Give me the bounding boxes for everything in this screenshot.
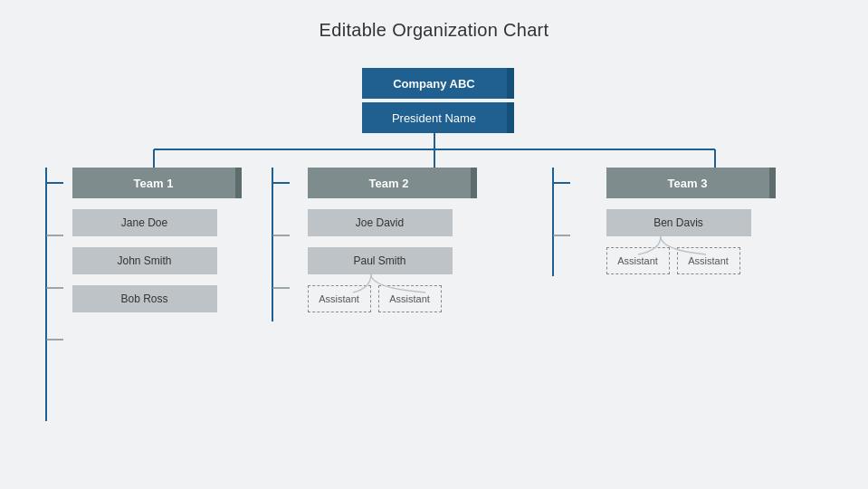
team1-left-connector [45,168,47,439]
team2-assistant-row: Assistant Assistant [308,285,543,312]
chart-container: Editable Organization Chart Company ABC … [0,0,868,489]
top-section: Company ABC President Name [362,68,507,133]
top-connector [36,133,833,168]
team2-assistant1-box: Assistant [308,285,371,312]
team2-name: Team 2 [369,177,409,190]
team3-box: Team 3 [606,168,769,198]
team3-assistants-section: Assistant Assistant [606,247,824,274]
team2-assistant2: Assistant [389,293,430,304]
team1-member2: John Smith [117,254,171,267]
team2-assistant2-box: Assistant [378,285,442,312]
team3-assistant1: Assistant [617,255,658,266]
team3-column: Team 3 Ben Davis Assistant Assistant [543,168,824,312]
team3-member1-box: Ben Davis [606,209,751,236]
team2-member1-box: Joe David [308,209,453,236]
team1-name: Team 1 [134,177,174,190]
president-name: President Name [392,111,476,125]
team3-assistant1-box: Assistant [606,247,670,274]
team2-assistants-section: Assistant Assistant [308,285,543,312]
president-box: President Name [362,102,507,133]
team3-name: Team 3 [668,177,708,190]
company-box: Company ABC [362,68,507,99]
team2-member2-box: Paul Smith [308,247,453,274]
team3-member1: Ben Davis [653,216,703,229]
team1-box: Team 1 [72,168,235,198]
team1-member3-box: Bob Ross [72,285,217,312]
company-name: Company ABC [393,77,475,91]
team3-assistant-row: Assistant Assistant [606,247,824,274]
team2-left-connector [272,168,273,439]
team2-box: Team 2 [308,168,471,198]
team1-column: Team 1 Jane Doe John Smith Bob Ross [36,168,262,312]
team2-member2: Paul Smith [353,254,405,267]
team1-member3: Bob Ross [120,292,167,305]
team2-assistant1: Assistant [319,293,359,304]
team3-assistant2: Assistant [688,255,729,266]
team1-member1: Jane Doe [121,216,167,229]
team3-assistant2-box: Assistant [677,247,740,274]
team2-member1: Joe David [356,216,404,229]
team2-column: Team 2 Joe David Paul Smith A [262,168,543,312]
connector-svg [36,133,833,168]
teams-layout: Team 1 Jane Doe John Smith Bob Ross Team… [36,168,833,312]
team1-member1-box: Jane Doe [72,209,217,236]
team3-left-connector [552,168,554,349]
chart-title: Editable Organization Chart [320,20,549,41]
team1-member2-box: John Smith [72,247,217,274]
